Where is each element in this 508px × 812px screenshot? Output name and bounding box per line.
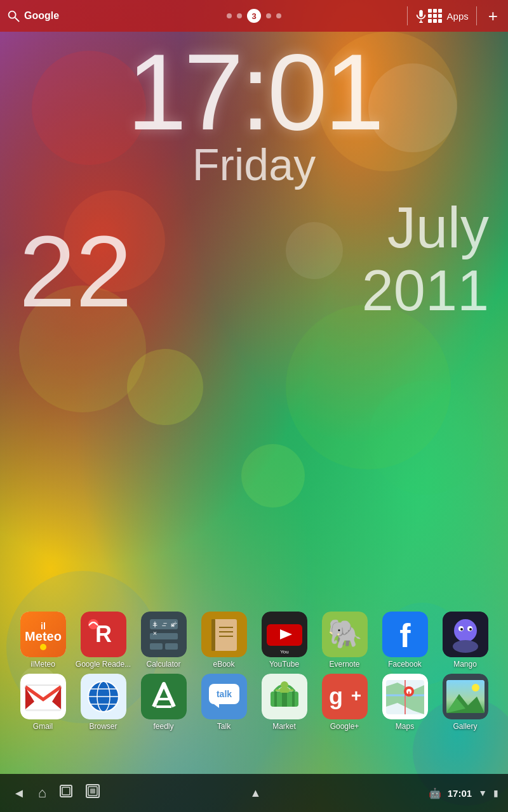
app-label-gmail: Gmail: [33, 722, 53, 731]
mango-icon: [443, 612, 488, 657]
svg-text:−: −: [163, 619, 166, 627]
gallery-icon: [443, 674, 488, 719]
svg-point-42: [454, 619, 477, 642]
app-googleplus[interactable]: g + Google+: [316, 674, 373, 731]
status-area: 🤖 17:01 ▼ ▮: [337, 787, 508, 799]
app-grid: il Meteo ilMeteo R Google Reade...: [0, 612, 508, 736]
app-gallery[interactable]: Gallery: [437, 674, 494, 731]
app-ilmeteo[interactable]: il Meteo ilMeteo: [15, 612, 72, 669]
app-evernote[interactable]: 🐘 Evernote: [316, 612, 373, 669]
add-button[interactable]: +: [485, 6, 502, 26]
svg-rect-70: [282, 691, 287, 707]
search-icon: [6, 9, 20, 23]
facebook-icon: f: [382, 612, 428, 657]
bottom-nav-center: ▲: [175, 787, 337, 800]
app-label-googleplus: Google+: [330, 722, 359, 731]
app-maps[interactable]: Maps: [377, 674, 434, 731]
screenshot-icon: [86, 784, 100, 798]
svg-line-1: [15, 18, 19, 22]
page-dot-1[interactable]: [227, 13, 232, 18]
screenshot-button[interactable]: [86, 784, 100, 802]
home-button[interactable]: ⌂: [38, 785, 46, 801]
divider: [407, 6, 408, 25]
app-label-maps: Maps: [396, 722, 414, 731]
app-label-browser: Browser: [89, 722, 117, 731]
app-mango[interactable]: Mango: [437, 612, 494, 669]
month: July: [362, 197, 489, 259]
maps-icon: [382, 674, 428, 719]
app-browser[interactable]: Browser: [75, 674, 132, 731]
status-time: 17:01: [448, 788, 472, 799]
svg-rect-92: [90, 789, 95, 794]
google-label: Google: [24, 10, 59, 22]
browser-icon: [81, 674, 126, 719]
app-googlereader[interactable]: R Google Reade...: [75, 612, 132, 669]
app-market[interactable]: Market: [256, 674, 313, 731]
app-label-feedly: feedly: [153, 722, 173, 731]
app-label-ebook: eBook: [213, 660, 234, 669]
svg-point-0: [9, 11, 16, 18]
svg-rect-68: [274, 691, 277, 707]
battery-icon: ▮: [493, 788, 498, 798]
talk-icon: talk: [201, 674, 247, 719]
feedly-icon: [141, 674, 187, 719]
divider-2: [476, 6, 477, 25]
app-label-evernote: Evernote: [329, 660, 359, 669]
svg-point-43: [453, 640, 478, 653]
time-display: 17:01: [0, 38, 508, 146]
app-facebook[interactable]: f Facebook: [377, 612, 434, 669]
clock-widget: 17:01 Friday 22 July 2011: [0, 38, 508, 322]
page-dot-3-active[interactable]: 3: [247, 9, 261, 23]
app-label-googlereader: Google Reade...: [76, 660, 131, 669]
app-label-ilmeteo: ilMeteo: [30, 660, 55, 669]
evernote-icon: 🐘: [322, 612, 368, 657]
svg-text:🐘: 🐘: [327, 617, 362, 650]
recents-icon: [59, 784, 73, 798]
app-talk[interactable]: talk Talk: [196, 674, 253, 731]
page-dot-4[interactable]: [266, 13, 271, 18]
svg-text:talk: talk: [216, 689, 231, 699]
svg-point-9: [40, 644, 46, 650]
app-row-2: Gmail Browser: [13, 674, 495, 731]
android-icon: 🤖: [429, 787, 441, 799]
app-ebook[interactable]: eBook: [196, 612, 253, 669]
svg-text:Meteo: Meteo: [25, 629, 62, 643]
app-label-facebook: Facebook: [388, 660, 422, 669]
up-button[interactable]: ▲: [250, 787, 262, 800]
back-button[interactable]: ◄: [13, 786, 25, 801]
top-bar: Google 3 Apps +: [0, 0, 508, 32]
mic-button[interactable]: [414, 9, 428, 23]
googleplus-icon: g +: [322, 674, 368, 719]
recents-button[interactable]: [59, 784, 73, 802]
app-calculator[interactable]: ÷ + − × + − ÷ × Calculator: [135, 612, 192, 669]
bottom-bar: ◄ ⌂ ▲ 🤖 17:01 ▼ ▮: [0, 774, 508, 812]
top-bar-right: Apps +: [428, 6, 502, 26]
app-label-gallery: Gallery: [453, 722, 477, 731]
app-feedly[interactable]: feedly: [135, 674, 192, 731]
app-label-market: Market: [272, 722, 296, 731]
svg-text:+: +: [351, 686, 361, 705]
svg-text:÷: ÷: [173, 619, 177, 627]
app-youtube[interactable]: You YouTube: [256, 612, 313, 669]
youtube-icon: You: [262, 612, 307, 657]
svg-text:g: g: [329, 683, 343, 709]
svg-rect-2: [419, 10, 423, 17]
month-year: July 2011: [362, 197, 489, 322]
page-dot-5[interactable]: [276, 13, 281, 18]
app-row-1: il Meteo ilMeteo R Google Reade...: [13, 612, 495, 669]
svg-rect-21: [165, 643, 178, 650]
app-gmail[interactable]: Gmail: [15, 674, 72, 731]
app-label-calculator: Calculator: [146, 660, 180, 669]
wifi-icon: ▼: [478, 788, 487, 798]
date-number: 22: [19, 221, 132, 322]
search-area[interactable]: Google: [6, 9, 401, 23]
svg-rect-61: [141, 674, 187, 719]
ilmeteo-icon: il Meteo: [20, 612, 66, 657]
page-dot-2[interactable]: [237, 13, 242, 18]
day-display: Friday: [0, 140, 508, 190]
mic-icon: [414, 9, 428, 23]
apps-grid-icon: [428, 9, 442, 23]
calculator-icon: ÷ + − × + − ÷ ×: [141, 612, 187, 657]
apps-button[interactable]: Apps: [447, 11, 469, 22]
svg-rect-89: [62, 787, 70, 795]
